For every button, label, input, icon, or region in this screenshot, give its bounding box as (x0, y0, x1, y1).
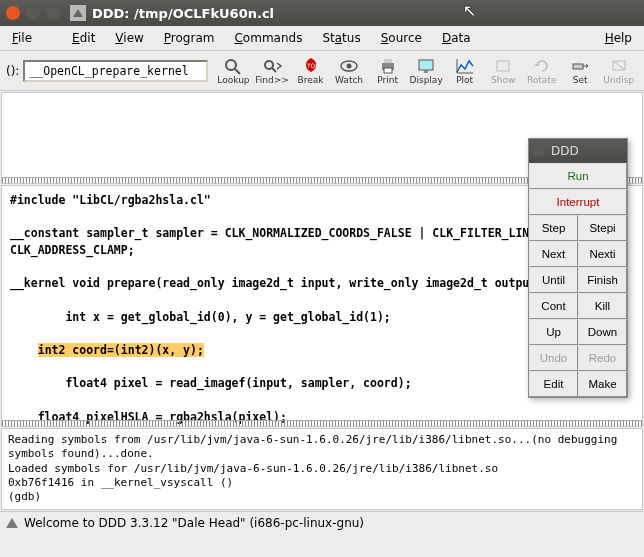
svg-line-19 (613, 61, 625, 70)
menu-data[interactable]: Data (442, 31, 471, 45)
plot-button[interactable]: Plot (445, 52, 484, 90)
menu-status[interactable]: Status (322, 31, 360, 45)
find-button[interactable]: Find>> (253, 52, 292, 90)
svg-point-1 (226, 60, 236, 70)
command-tool-close-icon[interactable] (533, 145, 545, 157)
break-button[interactable]: STOPBreak (291, 52, 330, 90)
svg-line-4 (272, 68, 276, 72)
cont-button[interactable]: Cont (529, 293, 578, 319)
make-button[interactable]: Make (578, 371, 627, 397)
svg-rect-12 (419, 60, 433, 70)
svg-text:STOP: STOP (303, 62, 319, 69)
window-maximize-button[interactable] (46, 6, 60, 20)
display-button[interactable]: Display (407, 52, 446, 90)
status-message: Welcome to DDD 3.3.12 "Dale Head" (i686-… (24, 516, 364, 530)
toolbar: (): Lookup Find>> STOPBreak Watch Print … (0, 51, 644, 91)
rotate-button: Rotate (522, 52, 561, 90)
svg-rect-13 (424, 70, 428, 73)
window-close-button[interactable] (6, 6, 20, 20)
menu-file[interactable]: File (12, 31, 52, 45)
selected-source-text: int2 coord=(int2)(x, y); (38, 343, 204, 357)
watch-button[interactable]: Watch (330, 52, 369, 90)
window-minimize-button[interactable] (26, 6, 40, 20)
svg-rect-16 (497, 61, 509, 71)
menu-source[interactable]: Source (381, 31, 422, 45)
menu-edit[interactable]: Edit (72, 31, 95, 45)
gdb-console[interactable]: Reading symbols from /usr/lib/jvm/java-6… (1, 428, 643, 510)
interrupt-button[interactable]: Interrupt (529, 189, 627, 215)
command-tool-titlebar[interactable]: DDD (529, 139, 627, 163)
menu-view[interactable]: View (115, 31, 143, 45)
run-button[interactable]: Run (529, 163, 627, 189)
svg-rect-10 (384, 59, 392, 63)
next-button[interactable]: Next (529, 241, 578, 267)
nexti-button[interactable]: Nexti (578, 241, 627, 267)
lookup-button[interactable]: Lookup (214, 52, 253, 90)
set-button[interactable]: Set (561, 52, 600, 90)
menu-help[interactable]: Help (605, 31, 632, 45)
menu-commands[interactable]: Commands (234, 31, 302, 45)
down-button[interactable]: Down (578, 319, 627, 345)
redo-button: Redo (578, 345, 627, 371)
until-button[interactable]: Until (529, 267, 578, 293)
window-title: DDD: /tmp/OCLFkU60n.cl (92, 6, 274, 21)
app-icon (70, 5, 86, 21)
undo-button: Undo (529, 345, 578, 371)
step-button[interactable]: Step (529, 215, 578, 241)
svg-line-2 (235, 69, 240, 74)
svg-rect-17 (573, 64, 583, 69)
command-tool-title: DDD (551, 144, 579, 158)
command-tool: DDD Run Interrupt StepStepi NextNexti Un… (528, 138, 628, 398)
status-led-icon (6, 518, 18, 528)
arg-prompt: (): (6, 64, 19, 78)
pane-resize-grip[interactable] (2, 420, 642, 426)
svg-point-3 (265, 61, 273, 69)
edit-button[interactable]: Edit (529, 371, 578, 397)
undisp-button: Undisp (600, 52, 639, 90)
svg-point-8 (347, 63, 352, 68)
finish-button[interactable]: Finish (578, 267, 627, 293)
print-button[interactable]: Print (368, 52, 407, 90)
menubar: File Edit View Program Commands Status S… (0, 26, 644, 51)
show-button: Show (484, 52, 523, 90)
svg-rect-11 (384, 68, 392, 73)
menu-program[interactable]: Program (164, 31, 215, 45)
window-titlebar: DDD: /tmp/OCLFkU60n.cl (0, 0, 644, 26)
argument-input[interactable] (23, 60, 208, 82)
up-button[interactable]: Up (529, 319, 578, 345)
statusbar: Welcome to DDD 3.3.12 "Dale Head" (i686-… (0, 511, 644, 534)
stepi-button[interactable]: Stepi (578, 215, 627, 241)
kill-button[interactable]: Kill (578, 293, 627, 319)
